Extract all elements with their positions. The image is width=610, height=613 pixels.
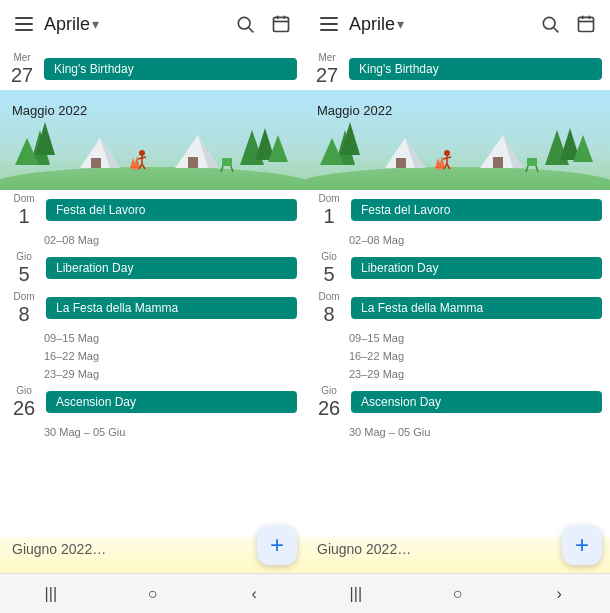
event-pill[interactable]: Liberation Day — [351, 257, 602, 279]
day-abbr-label: Dom — [313, 193, 345, 205]
day-info: Gio 5 — [313, 251, 345, 285]
topbar: Aprile▾ — [305, 0, 610, 48]
day-info: Gio 5 — [8, 251, 40, 285]
event-pill[interactable]: Liberation Day — [46, 257, 297, 279]
event-row[interactable]: Dom 8 La Festa della Mamma — [305, 288, 610, 328]
month-title-dropdown[interactable]: Aprile▾ — [44, 14, 225, 35]
search-icon[interactable] — [229, 8, 261, 40]
chevron-down-icon: ▾ — [92, 16, 99, 32]
june-title: Giugno 2022… — [317, 541, 411, 557]
month-title-text: Aprile — [44, 14, 90, 35]
panel-right: Aprile▾ Mer 27 King's Birthday — [305, 0, 610, 613]
event-pill[interactable]: La Festa della Mamma — [351, 297, 602, 319]
add-event-fab[interactable]: + — [562, 525, 602, 565]
day-num-label: 26 — [8, 397, 40, 419]
svg-rect-16 — [91, 158, 101, 168]
menu-button[interactable] — [8, 8, 40, 40]
day-num-label: 8 — [8, 303, 40, 325]
day-abbr-label: Dom — [8, 291, 40, 303]
day-num-label: 5 — [313, 263, 345, 285]
day-abbr: Mer — [8, 52, 36, 64]
day-abbr-label: Gio — [8, 251, 40, 263]
svg-rect-33 — [579, 17, 594, 31]
week-separator: 09–15 Mag — [305, 328, 610, 346]
month-title-dropdown[interactable]: Aprile▾ — [349, 14, 530, 35]
day-info: Gio 26 — [8, 385, 40, 419]
add-icon: + — [270, 531, 284, 559]
calendar-today-icon[interactable] — [265, 8, 297, 40]
bottom-navigation: |||○› — [305, 573, 610, 613]
day-num-label: 26 — [313, 397, 345, 419]
nav-apps-icon[interactable]: ||| — [336, 578, 376, 610]
kings-birthday-row[interactable]: Mer 27 King's Birthday — [305, 48, 610, 90]
event-row[interactable]: Dom 8 La Festa della Mamma — [0, 288, 305, 328]
event-pill[interactable]: La Festa della Mamma — [46, 297, 297, 319]
svg-rect-47 — [396, 158, 406, 168]
topbar-icons — [229, 8, 297, 40]
event-pill[interactable]: Festa del Lavoro — [46, 199, 297, 221]
svg-text:Maggio 2022: Maggio 2022 — [317, 103, 392, 118]
event-row[interactable]: Dom 1 Festa del Lavoro — [0, 190, 305, 230]
calendar-event-list: Dom 1 Festa del Lavoro 02–08 Mag Gio 5 L… — [305, 190, 610, 480]
svg-point-0 — [238, 17, 250, 29]
event-pill[interactable]: Festa del Lavoro — [351, 199, 602, 221]
day-num-label: 8 — [313, 303, 345, 325]
event-pill[interactable]: Ascension Day — [46, 391, 297, 413]
day-info: Dom 8 — [8, 291, 40, 325]
day-info: Dom 1 — [313, 193, 345, 227]
calendar-today-icon[interactable] — [570, 8, 602, 40]
svg-point-53 — [444, 150, 450, 156]
svg-line-32 — [554, 28, 559, 33]
svg-rect-19 — [188, 157, 198, 168]
day-num-label: 1 — [8, 205, 40, 227]
day-num: 27 — [8, 64, 36, 86]
week-separator: 23–29 Mag — [305, 364, 610, 382]
week-separator: 09–15 Mag — [0, 328, 305, 346]
menu-button[interactable] — [313, 8, 345, 40]
month-illustration: Maggio 2022 — [305, 90, 610, 190]
nav-back-icon[interactable]: ‹ — [234, 578, 274, 610]
search-icon[interactable] — [534, 8, 566, 40]
event-row[interactable]: Gio 5 Liberation Day — [305, 248, 610, 288]
week-separator: 30 Mag – 05 Giu — [305, 422, 610, 440]
kings-birthday-event[interactable]: King's Birthday — [349, 58, 602, 80]
event-row[interactable]: Gio 26 Ascension Day — [0, 382, 305, 422]
event-row[interactable]: Gio 5 Liberation Day — [0, 248, 305, 288]
svg-rect-2 — [274, 17, 289, 31]
month-illustration: Maggio 2022 — [0, 90, 305, 190]
june-title: Giugno 2022… — [12, 541, 106, 557]
nav-home-icon[interactable]: ○ — [437, 578, 477, 610]
day-abbr-label: Gio — [313, 251, 345, 263]
svg-rect-50 — [493, 157, 503, 168]
chevron-down-icon: ▾ — [397, 16, 404, 32]
nav-apps-icon[interactable]: ||| — [31, 578, 71, 610]
week-separator: 02–08 Mag — [0, 230, 305, 248]
svg-point-22 — [139, 150, 145, 156]
month-title-text: Aprile — [349, 14, 395, 35]
day-num: 27 — [313, 64, 341, 86]
day-abbr-label: Dom — [8, 193, 40, 205]
calendar-event-list: Dom 1 Festa del Lavoro 02–08 Mag Gio 5 L… — [0, 190, 305, 480]
add-event-fab[interactable]: + — [257, 525, 297, 565]
panel-left: Aprile▾ Mer 27 King's Birthday — [0, 0, 305, 613]
day-abbr-label: Gio — [313, 385, 345, 397]
nav-home-icon[interactable]: ○ — [132, 578, 172, 610]
day-info: Dom 8 — [313, 291, 345, 325]
week-separator: 16–22 Mag — [305, 346, 610, 364]
svg-point-31 — [543, 17, 555, 29]
nav-back-icon[interactable]: › — [539, 578, 579, 610]
event-row[interactable]: Gio 26 Ascension Day — [305, 382, 610, 422]
topbar-icons — [534, 8, 602, 40]
kings-birthday-row[interactable]: Mer 27 King's Birthday — [0, 48, 305, 90]
svg-rect-27 — [222, 158, 232, 166]
kings-birthday-event[interactable]: King's Birthday — [44, 58, 297, 80]
week-separator: 23–29 Mag — [0, 364, 305, 382]
day-info: Gio 26 — [313, 385, 345, 419]
week-separator: 16–22 Mag — [0, 346, 305, 364]
event-pill[interactable]: Ascension Day — [351, 391, 602, 413]
bottom-navigation: |||○‹ — [0, 573, 305, 613]
event-row[interactable]: Dom 1 Festa del Lavoro — [305, 190, 610, 230]
svg-rect-58 — [527, 158, 537, 166]
day-num-label: 1 — [313, 205, 345, 227]
day-abbr-label: Gio — [8, 385, 40, 397]
